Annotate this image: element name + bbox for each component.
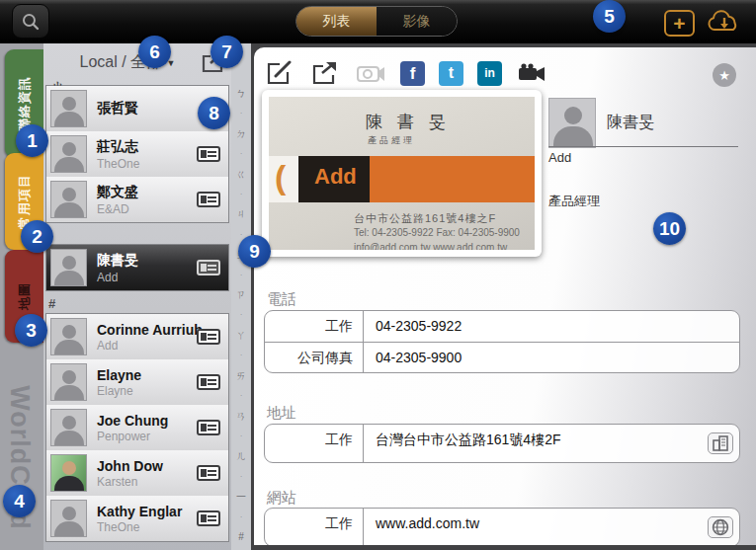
cloud-download-icon <box>705 8 744 38</box>
contact-detail-surface: f t in ★ 陳 書 旻 產品經理 <box>254 47 756 545</box>
top-toolbar: 列表 影像 + <box>0 0 756 43</box>
contact-list-item[interactable]: 莊弘志 TheOne <box>46 131 228 177</box>
contact-list-item[interactable]: John Dow Karsten <box>46 450 228 496</box>
name-underline <box>548 146 738 147</box>
list-source-dropdown[interactable]: Local / 全部 ▼ <box>43 52 211 73</box>
contact-thumbnail <box>50 409 87 446</box>
facebook-button[interactable]: f <box>400 61 425 86</box>
contact-list-item[interactable]: Elayne Elayne <box>46 359 228 405</box>
index-separator: · <box>240 474 243 480</box>
field-row: 工作 www.add.com.tw <box>265 509 739 545</box>
index-separator: · <box>240 514 243 520</box>
index-separator: · <box>240 433 243 439</box>
index-separator: · <box>240 232 243 238</box>
index-letter[interactable]: ㄐ <box>236 209 246 219</box>
group-rows: 陳書旻 Add <box>45 244 229 291</box>
card-email-text: info@add.com.tw www.add.com.tw <box>354 242 507 250</box>
linkedin-button[interactable]: in <box>477 61 502 86</box>
contact-list-item[interactable]: 鄭文盛 E&AD <box>46 177 228 222</box>
callout-badge-9: 9 <box>238 235 271 268</box>
card-band-black: Add <box>298 156 370 202</box>
building-action-button[interactable] <box>708 432 733 454</box>
index-letter[interactable]: # <box>238 532 244 542</box>
contact-list-company: TheOne <box>97 157 139 171</box>
field-value: www.add.com.tw <box>364 509 515 545</box>
card-name-text: 陳 書 旻 <box>366 111 450 133</box>
field-label: 工作 <box>265 509 364 545</box>
detail-toolbar: f t in <box>264 59 547 87</box>
sidebar-category-label: 聯絡資訊 <box>16 76 34 131</box>
field-row: 工作 04-2305-9922 <box>265 311 739 342</box>
contact-avatar <box>548 98 596 148</box>
business-card-image[interactable]: 陳 書 旻 產品經理 ( Add 台中市公益路161號4樓之F Tel: 04-… <box>262 90 542 257</box>
has-card-icon <box>197 260 220 275</box>
edit-contact-button[interactable] <box>264 59 295 87</box>
tab-image-view[interactable]: 影像 <box>377 7 457 36</box>
search-button[interactable] <box>12 4 49 39</box>
has-card-icon <box>197 420 220 435</box>
index-strip[interactable]: ㄅ·ㄉ·ㄍ·ㄐ·ㄓ·ㄗ·ㄚ·ㄞ·ㄢ·ㄦ·一·# <box>231 43 251 550</box>
has-card-icon <box>197 465 220 481</box>
contact-list-company: E&AD <box>97 202 138 216</box>
tab-list-view[interactable]: 列表 <box>296 7 377 36</box>
callout-badge-8: 8 <box>198 97 230 129</box>
contact-thumbnail <box>50 500 87 537</box>
field-row: 工作 台灣台中市公益路161號4樓2F <box>265 425 739 462</box>
index-separator: · <box>240 273 243 278</box>
contact-list-name: 陳書旻 <box>97 252 138 270</box>
share-icon <box>311 60 339 86</box>
index-separator: · <box>240 353 243 358</box>
contact-thumbnail <box>50 90 87 127</box>
index-letter[interactable]: ㄦ <box>236 451 246 461</box>
section-index-label: # <box>45 296 229 313</box>
contact-list-item[interactable]: Corinne Aurriub... Add <box>46 314 228 359</box>
callout-badge-6: 6 <box>138 36 171 68</box>
index-letter[interactable]: 一 <box>236 492 246 502</box>
contact-detail-panel: f t in ★ 陳 書 旻 產品經理 <box>251 43 756 550</box>
index-letter[interactable]: ㄢ <box>236 412 246 422</box>
recapture-card-button[interactable] <box>355 59 386 87</box>
video-call-button[interactable] <box>516 59 547 87</box>
callout-badge-7: 7 <box>210 36 243 68</box>
favorite-star-button[interactable]: ★ <box>713 63 736 87</box>
contact-name: 陳書旻 <box>607 113 654 133</box>
category-sidebar: WorldCard 聯絡資訊 常用項目 地圖 <box>0 43 43 550</box>
field-label: 工作 <box>265 425 364 462</box>
cloud-download-button[interactable] <box>705 8 744 38</box>
callout-badge-5: 5 <box>593 0 626 33</box>
camera-icon <box>356 62 385 84</box>
index-letter[interactable]: ㄉ <box>236 129 246 139</box>
has-card-icon <box>197 511 220 526</box>
globe-action-button[interactable] <box>708 516 733 538</box>
field-section-title: 網站 <box>267 489 296 508</box>
share-contact-button[interactable] <box>309 59 341 87</box>
index-separator: · <box>240 312 243 318</box>
has-card-icon <box>197 329 220 345</box>
index-letter[interactable]: ㄍ <box>236 170 246 180</box>
twitter-button[interactable]: t <box>439 61 463 86</box>
contact-list-company: Penpower <box>97 430 168 443</box>
view-mode-segmented-control: 列表 影像 <box>295 6 458 37</box>
contact-list: ㄓ 張哲賢 莊弘志 TheOne 鄭文盛 E&AD 陳書旻 Add <box>45 83 229 542</box>
index-letter[interactable]: ㄚ <box>236 331 246 341</box>
index-letter[interactable]: ㄗ <box>236 290 246 300</box>
contact-list-company: Elayne <box>97 384 141 398</box>
field-table: 工作 台灣台中市公益路161號4樓2F <box>264 424 740 463</box>
building-icon <box>712 435 729 451</box>
add-card-button[interactable]: + <box>664 10 695 37</box>
contact-list-item[interactable]: Joe Chung Penpower <box>46 405 228 450</box>
contact-list-item[interactable]: 陳書旻 Add <box>46 245 228 290</box>
worldcard-app-window: 列表 影像 + WorldCard 聯絡資訊 常用項目 地圖 Local / <box>0 0 756 550</box>
field-section-title: 電話 <box>267 290 296 309</box>
contact-thumbnail <box>50 181 87 218</box>
callout-badge-1: 1 <box>16 124 48 157</box>
index-letter[interactable]: ㄅ <box>236 89 246 99</box>
has-card-icon <box>197 374 220 390</box>
index-letter[interactable]: ㄞ <box>236 371 246 381</box>
field-value: 04-2305-9922 <box>364 311 497 342</box>
contact-list-company: Add <box>97 271 138 284</box>
card-logo-text: Add <box>314 164 357 190</box>
contact-list-item[interactable]: Kathy Englar TheOne <box>46 496 228 541</box>
card-logo-paren: ( <box>275 158 286 196</box>
contact-list-name: Joe Chung <box>97 413 168 429</box>
